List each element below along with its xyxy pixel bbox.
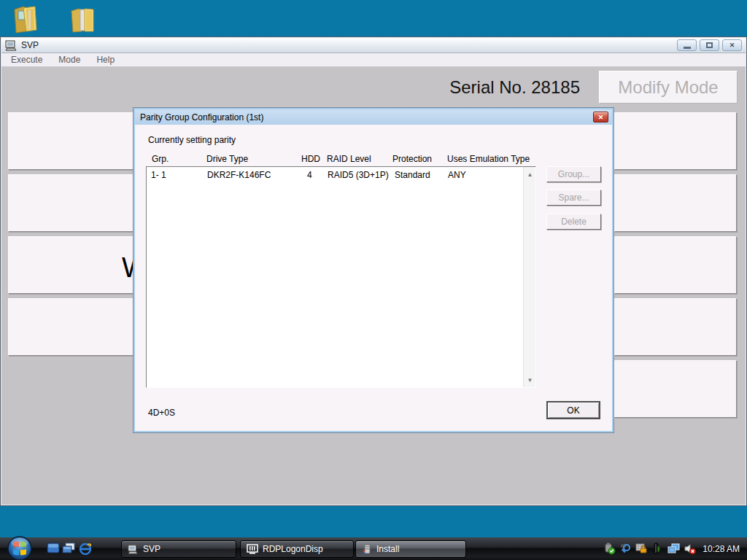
spare-button[interactable]: Spare... bbox=[546, 190, 601, 206]
minimize-icon bbox=[684, 47, 691, 49]
folder-open-icon bbox=[9, 2, 42, 36]
svp-app-icon bbox=[5, 40, 18, 51]
column-header-grp: Grp. bbox=[152, 154, 169, 164]
menu-help[interactable]: Help bbox=[88, 53, 123, 66]
volume-muted-icon[interactable] bbox=[684, 542, 696, 555]
minimize-button[interactable] bbox=[677, 39, 697, 51]
cell-drive-type: DKR2F-K146FC bbox=[207, 170, 271, 180]
cell-hdd: 4 bbox=[307, 170, 312, 180]
maximize-icon bbox=[706, 42, 713, 48]
panel-button[interactable] bbox=[614, 112, 737, 170]
panel-button[interactable] bbox=[8, 112, 134, 170]
cell-emulation: ANY bbox=[448, 170, 466, 180]
ok-button[interactable]: OK bbox=[546, 401, 600, 419]
dialog-close-button[interactable]: ✕ bbox=[593, 112, 608, 122]
panel-button[interactable] bbox=[8, 236, 134, 294]
scroll-down-button[interactable]: ▼ bbox=[524, 374, 536, 386]
dialog-titlebar[interactable]: Parity Group Configuration (1st) ✕ bbox=[135, 109, 612, 125]
cell-protection: Standard bbox=[395, 170, 430, 180]
desktop-folder-icon[interactable] bbox=[9, 2, 42, 36]
panel-button[interactable] bbox=[614, 360, 737, 418]
taskbar-button-label: RDPLogonDisp bbox=[263, 544, 323, 554]
modify-mode-button[interactable]: Modify Mode bbox=[599, 71, 738, 104]
vertical-scrollbar[interactable]: ▲ ▼ bbox=[523, 167, 535, 387]
taskbar-button-install[interactable]: Install bbox=[355, 540, 466, 558]
window-title: SVP bbox=[21, 40, 39, 50]
windows-logo-icon bbox=[7, 535, 33, 560]
close-button[interactable]: ✕ bbox=[722, 39, 742, 51]
network-icon[interactable] bbox=[667, 542, 680, 555]
dialog-title: Parity Group Configuration (1st) bbox=[140, 112, 263, 122]
panel-button[interactable] bbox=[614, 236, 737, 294]
panel-button[interactable] bbox=[8, 298, 134, 356]
window-switcher-icon[interactable] bbox=[62, 542, 75, 556]
maximize-button[interactable] bbox=[700, 39, 719, 51]
menu-bar: Execute Mode Help bbox=[1, 53, 746, 67]
update-lock-icon[interactable] bbox=[635, 542, 648, 555]
safely-remove-hardware-icon[interactable] bbox=[603, 542, 616, 555]
parity-group-list[interactable]: 1- 1 DKR2F-K146FC 4 RAID5 (3D+1P) Standa… bbox=[146, 166, 536, 388]
taskbar-button-svp[interactable]: SVP bbox=[121, 540, 236, 558]
taskbar: SVP RDPLogonDisp Install bbox=[0, 537, 747, 560]
media-status-icon[interactable] bbox=[651, 542, 664, 555]
start-button[interactable] bbox=[7, 535, 33, 560]
dialog-subtitle: Currently setting parity bbox=[148, 135, 236, 145]
taskbar-button-rdplogondisp[interactable]: RDPLogonDisp bbox=[240, 540, 354, 558]
svp-app-icon bbox=[128, 545, 139, 554]
group-button[interactable]: Group... bbox=[546, 166, 601, 182]
internet-explorer-icon[interactable] bbox=[79, 542, 92, 558]
scroll-up-icon: ▲ bbox=[527, 171, 533, 178]
system-tray: 10:28 AM bbox=[603, 537, 744, 560]
column-header-hdd: HDD bbox=[301, 154, 320, 164]
rdp-app-icon bbox=[247, 544, 258, 554]
parity-summary-label: 4D+0S bbox=[148, 408, 175, 418]
column-header-drive-type: Drive Type bbox=[206, 154, 248, 164]
desktop-folder-icon[interactable] bbox=[66, 2, 99, 36]
dialog-body: Currently setting parity Grp. Drive Type… bbox=[135, 125, 612, 431]
show-desktop-icon[interactable] bbox=[47, 542, 60, 556]
panel-button[interactable] bbox=[614, 174, 737, 232]
close-icon: ✕ bbox=[729, 42, 735, 49]
close-icon: ✕ bbox=[598, 114, 604, 121]
column-header-emulation: Uses Emulation Type bbox=[447, 154, 530, 164]
panel-button[interactable] bbox=[8, 174, 134, 232]
menu-execute[interactable]: Execute bbox=[3, 53, 50, 66]
taskbar-button-label: Install bbox=[376, 544, 399, 554]
install-app-icon bbox=[362, 544, 372, 554]
taskbar-clock[interactable]: 10:28 AM bbox=[703, 544, 744, 554]
search-key-icon[interactable] bbox=[619, 542, 632, 555]
serial-number-label: Serial No. 28185 bbox=[449, 77, 580, 98]
cell-raid-level: RAID5 (3D+1P) bbox=[328, 170, 389, 180]
cell-grp: 1- 1 bbox=[151, 170, 166, 180]
scroll-down-icon: ▼ bbox=[527, 377, 533, 384]
scroll-up-button[interactable]: ▲ bbox=[524, 168, 536, 180]
column-header-raid-level: RAID Level bbox=[327, 154, 371, 164]
panel-button[interactable] bbox=[614, 298, 737, 356]
column-header-protection: Protection bbox=[392, 154, 432, 164]
delete-button[interactable]: Delete bbox=[546, 214, 601, 230]
svp-titlebar[interactable]: SVP ✕ bbox=[1, 38, 746, 53]
menu-mode[interactable]: Mode bbox=[50, 53, 88, 66]
parity-group-dialog: Parity Group Configuration (1st) ✕ Curre… bbox=[133, 108, 614, 432]
folder-icon bbox=[66, 2, 99, 36]
taskbar-button-label: SVP bbox=[143, 544, 160, 554]
